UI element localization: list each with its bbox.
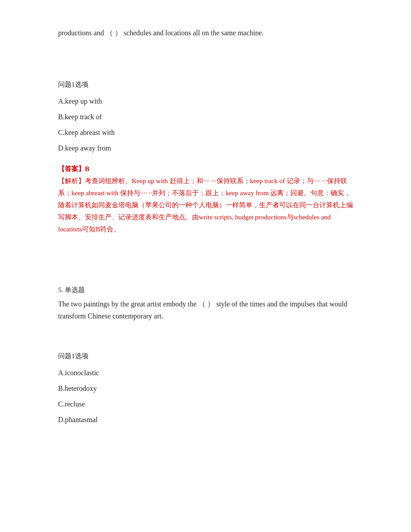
option-D[interactable]: D.keep away from xyxy=(58,142,353,154)
q5-option-D[interactable]: D.phantasmal xyxy=(58,414,353,426)
question5-number: 5. 单选题 xyxy=(58,285,353,296)
option-B[interactable]: B.keep track of xyxy=(58,111,353,123)
q5-option-A[interactable]: A.iconoclastic xyxy=(58,367,353,379)
question5-section-label: 问题1选项 xyxy=(58,351,353,362)
analysis-text-q4: 【解析】考查词组辨析。Keep up with 赶得上；和···· ···保持联… xyxy=(58,175,353,235)
answer-title-q4: 【答案】B xyxy=(58,163,353,175)
q5-option-C[interactable]: C.recluse xyxy=(58,398,353,410)
option-A[interactable]: A.keep up with xyxy=(58,95,353,107)
question5-sentence: The two paintings by the great artist em… xyxy=(58,298,353,322)
q5-option-B[interactable]: B.heterodoxy xyxy=(58,382,353,394)
question4-section-label: 问题1选项 xyxy=(58,79,353,91)
answer-block-q4: 【答案】B 【解析】考查词组辨析。Keep up with 赶得上；和···· … xyxy=(58,163,353,235)
option-C[interactable]: C.keep abreast with xyxy=(58,126,353,138)
question4-sentence: productions and （ ） schedules and locati… xyxy=(58,27,353,39)
